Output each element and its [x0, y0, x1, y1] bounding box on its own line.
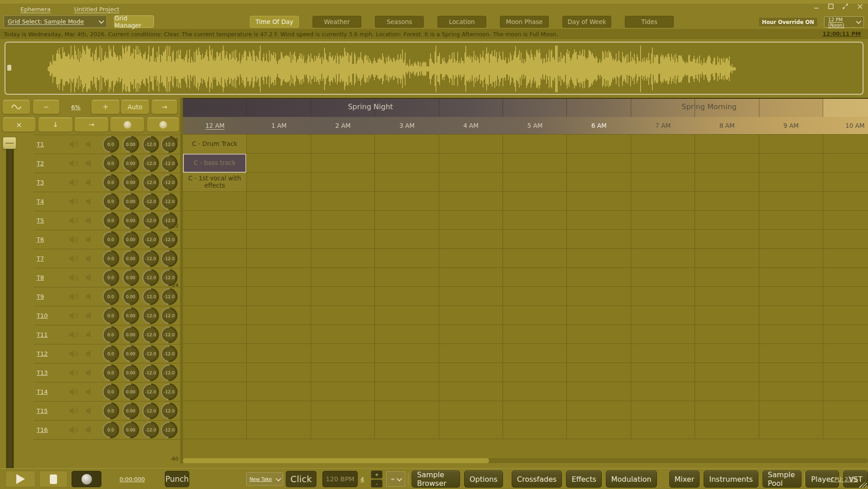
knob[interactable]: 0.0 — [103, 155, 119, 171]
knob[interactable]: 0.00 — [123, 174, 139, 190]
knob[interactable]: 0.0 — [103, 136, 119, 152]
speaker-muted-icon[interactable] — [86, 197, 92, 208]
playhead-marker[interactable] — [7, 65, 11, 71]
menu-item[interactable]: Untitled Project — [74, 6, 120, 13]
mode-tab[interactable]: Location — [437, 16, 486, 28]
knob[interactable]: 0.00 — [123, 232, 139, 247]
knob[interactable]: 0.0 — [103, 289, 119, 305]
grid-select-dropdown[interactable]: Grid Select: Sample Mode — [4, 15, 107, 28]
track-label[interactable]: T2 — [37, 160, 44, 167]
track-label[interactable]: T9 — [37, 293, 44, 300]
horizontal-scrollbar[interactable] — [183, 458, 868, 463]
master-fader-handle[interactable] — [3, 137, 16, 149]
panel-button[interactable]: Mixer — [669, 470, 700, 488]
hour-cell[interactable]: 2 AM — [311, 117, 375, 134]
speaker-muted-icon[interactable] — [86, 311, 92, 322]
clip[interactable]: C - Drum Track — [183, 135, 246, 154]
panel-button[interactable]: Effects — [566, 470, 601, 488]
record-button[interactable] — [72, 471, 101, 487]
hour-select-dropdown[interactable]: 12 PM (Noon) — [824, 16, 864, 28]
speaker-icon[interactable] — [68, 330, 80, 341]
auto-zoom-button[interactable]: Auto — [120, 100, 149, 114]
knob[interactable]: -12.0 — [161, 251, 177, 266]
knob[interactable]: -12.0 — [143, 232, 158, 247]
mode-tab[interactable]: Seasons — [375, 16, 424, 28]
play-button[interactable] — [5, 471, 35, 487]
track-label[interactable]: T1 — [37, 141, 44, 148]
track-label[interactable]: T5 — [37, 217, 44, 224]
hour-cell[interactable]: 12 AM — [183, 117, 247, 134]
hour-cell[interactable]: 8 AM — [695, 117, 759, 134]
knob[interactable]: 0.00 — [123, 270, 139, 286]
knob[interactable]: -12.0 — [143, 213, 158, 228]
beats-value[interactable]: 4 — [360, 476, 364, 483]
speaker-icon[interactable] — [68, 159, 80, 169]
knob[interactable]: -12.0 — [161, 136, 177, 152]
zoom-in-button[interactable]: + — [91, 100, 120, 114]
speaker-muted-icon[interactable] — [86, 330, 92, 341]
take-select-dropdown[interactable]: New Take — [246, 472, 283, 486]
mode-tab[interactable]: Day of Week — [562, 16, 611, 28]
knob[interactable]: 0.0 — [103, 251, 119, 266]
knob[interactable]: 0.00 — [123, 346, 139, 362]
speaker-muted-icon[interactable] — [86, 426, 92, 436]
note-select-dropdown[interactable]: = — [386, 471, 405, 487]
waveform-overview-panel[interactable] — [5, 42, 863, 95]
move-right-button[interactable]: → — [74, 117, 109, 132]
knob[interactable]: -12.0 — [143, 136, 158, 152]
speaker-icon[interactable] — [68, 254, 80, 265]
speaker-icon[interactable] — [68, 349, 80, 360]
mode-tab[interactable]: Time Of Day — [250, 16, 299, 28]
speaker-icon[interactable] — [68, 140, 80, 150]
knob[interactable]: 0.0 — [103, 365, 119, 381]
stop-button[interactable] — [39, 471, 67, 487]
knob[interactable]: -12.0 — [161, 232, 177, 247]
panel-button[interactable]: Options — [464, 470, 503, 488]
knob[interactable]: 0.00 — [123, 403, 139, 419]
panel-button[interactable]: Instruments — [704, 470, 758, 488]
fullscreen-icon[interactable] — [841, 2, 850, 10]
knob[interactable]: 0.00 — [123, 213, 139, 228]
knob[interactable]: 0.0 — [103, 346, 119, 362]
hour-cell[interactable]: 4 AM — [439, 117, 503, 134]
speaker-muted-icon[interactable] — [86, 407, 92, 417]
knob[interactable]: 0.0 — [103, 422, 119, 438]
close-icon[interactable] — [855, 2, 864, 10]
hour-cell[interactable]: 5 AM — [503, 117, 567, 134]
knob[interactable]: -12.0 — [143, 327, 158, 343]
knob[interactable]: -12.0 — [143, 308, 158, 324]
minimize-icon[interactable] — [812, 2, 821, 10]
master-fader-track[interactable] — [6, 137, 14, 470]
knob[interactable]: 0.0 — [103, 194, 119, 209]
knob[interactable]: -12.0 — [161, 384, 177, 400]
knob[interactable]: 0.00 — [123, 384, 139, 400]
knob[interactable]: 0.0 — [103, 232, 119, 247]
hour-cell[interactable]: 9 AM — [759, 117, 823, 134]
knob[interactable]: 0.00 — [123, 289, 139, 305]
knob[interactable]: 0.00 — [123, 422, 139, 438]
speaker-icon[interactable] — [68, 368, 80, 379]
clip[interactable]: C - 1st vocal with effects — [183, 173, 246, 192]
track-label[interactable]: T15 — [37, 407, 48, 414]
knob[interactable]: -12.0 — [161, 174, 177, 190]
record-mode-button[interactable] — [110, 117, 144, 132]
clip[interactable]: C - bass track — [183, 154, 246, 173]
knob[interactable]: -12.0 — [143, 270, 158, 286]
knob[interactable]: 0.0 — [103, 174, 119, 190]
knob[interactable]: -12.0 — [143, 365, 158, 381]
bpm-display[interactable]: 120 BPM — [322, 471, 358, 487]
knob[interactable]: 0.00 — [123, 155, 139, 171]
track-label[interactable]: T3 — [37, 179, 44, 186]
knob[interactable]: 0.00 — [123, 251, 139, 266]
move-down-button[interactable]: ↓ — [38, 117, 73, 132]
knob[interactable]: -12.0 — [161, 365, 177, 381]
knob[interactable]: -12.0 — [143, 289, 158, 305]
knob[interactable]: 0.0 — [103, 213, 119, 228]
menu-item[interactable]: Ephemera — [20, 6, 51, 13]
knob[interactable]: -12.0 — [161, 403, 177, 419]
track-label[interactable]: T6 — [37, 236, 44, 243]
hour-cell[interactable]: 3 AM — [375, 117, 439, 134]
speaker-icon[interactable] — [68, 292, 80, 303]
knob[interactable]: -12.0 — [161, 194, 177, 209]
speaker-muted-icon[interactable] — [86, 292, 92, 303]
